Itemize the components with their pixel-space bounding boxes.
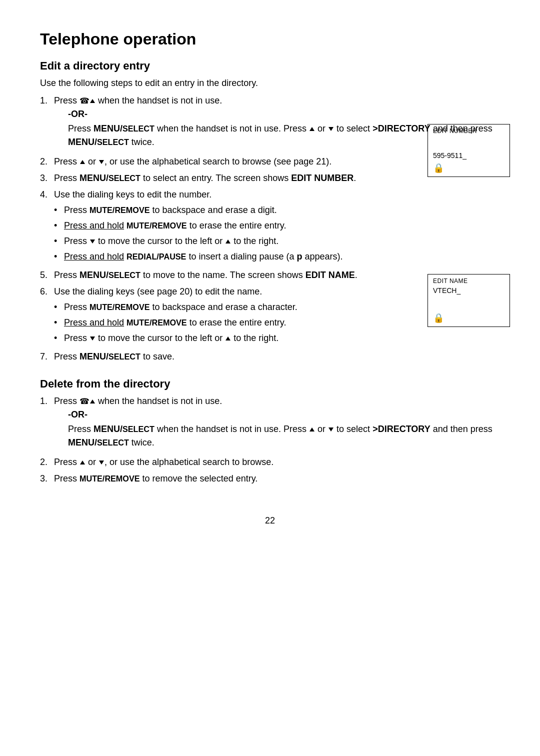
step-7: 7. Press MENU/SELECT to save. — [40, 350, 500, 364]
bullet-dot-6-2: • — [54, 316, 64, 330]
s2-step-1-content: Press ☎ when the handset is not in use. … — [54, 394, 500, 452]
section2-title: Delete from the directory — [40, 378, 500, 390]
down-arrow-2 — [99, 160, 104, 164]
s2-step-3-num: 3. — [40, 472, 54, 486]
step-6-text: Use the dialing keys (see page 20) to ed… — [54, 286, 262, 296]
or-label-2: -OR- — [68, 408, 500, 422]
page-title: Telephone operation — [40, 30, 500, 48]
down-arrow-4 — [90, 336, 95, 340]
s2-step-3: 3. Press MUTE/REMOVE to remove the selec… — [40, 472, 500, 486]
bullet-6-3: • Press to move the cursor to the left o… — [54, 332, 500, 345]
press-hold-4-4: Press and hold — [64, 252, 124, 262]
press-hold-4-2: Press and hold — [64, 220, 124, 230]
screen1-label: EDIT NUMBER — [433, 128, 504, 134]
or-block-2: -OR- Press MENU/SELECT when the handset … — [68, 408, 500, 450]
mute-remove-2: MUTE/REMOVE — [126, 221, 187, 230]
bullet-4-3: • Press to move the cursor to the left o… — [54, 234, 500, 248]
phone-icon-2: ☎ — [80, 396, 90, 408]
section1-intro: Use the following steps to edit an entry… — [40, 76, 500, 90]
section1-title: Edit a directory entry — [40, 60, 500, 72]
step5-menu: MENU/SELECT — [80, 270, 140, 280]
step-4-text: Use the dialing keys to edit the number. — [54, 190, 212, 200]
mute-remove-5: MUTE/REMOVE — [80, 474, 140, 483]
bullet-4-4-content: Press and hold REDIAL/PAUSE to insert a … — [64, 250, 500, 264]
step-6-num: 6. — [40, 285, 54, 347]
up-arrow-4 — [226, 240, 230, 244]
bullet-dot-4-3: • — [54, 234, 64, 248]
screen2-label: EDIT NAME — [433, 278, 504, 284]
up-arrow-5 — [226, 336, 230, 340]
or1-select: MENU/SELECT — [68, 137, 129, 147]
bullet-dot-4-2: • — [54, 219, 64, 232]
screen2-value: VTECH_ — [433, 286, 504, 294]
down-arrow-1 — [328, 127, 334, 131]
step-3-num: 3. — [40, 172, 54, 185]
step-1-num: 1. — [40, 94, 54, 152]
bullet-dot-4-4: • — [54, 250, 64, 264]
p-letter: p — [297, 252, 302, 262]
down-arrow-6 — [99, 460, 104, 464]
or2-select: MENU/SELECT — [68, 438, 129, 448]
s2-step-2-num: 2. — [40, 456, 54, 469]
step-5-num: 5. — [40, 268, 54, 282]
step-7-num: 7. — [40, 350, 54, 364]
bullet-4-1: • Press MUTE/REMOVE to backspace and era… — [54, 204, 500, 217]
step-2-num: 2. — [40, 155, 54, 168]
section2-steps: 1. Press ☎ when the handset is not in us… — [40, 394, 500, 486]
bullet-4-2-content: Press and hold MUTE/REMOVE to erase the … — [64, 219, 500, 232]
redial-pause: REDIAL/PAUSE — [126, 252, 186, 261]
up-arrow-6 — [90, 400, 95, 404]
s2-step-1-num: 1. — [40, 394, 54, 452]
lock-icon-1: 🔒 — [433, 162, 504, 174]
mute-remove-4: MUTE/REMOVE — [126, 318, 187, 327]
step5-editname: EDIT NAME — [306, 270, 355, 280]
up-arrow-1 — [90, 99, 95, 103]
bullet-4-1-content: Press MUTE/REMOVE to backspace and erase… — [64, 204, 500, 217]
lock-icon-2: 🔒 — [433, 312, 504, 324]
down-arrow-3 — [90, 240, 95, 244]
bullet-4-4: • Press and hold REDIAL/PAUSE to insert … — [54, 250, 500, 264]
screen-edit-name: EDIT NAME VTECH_ 🔒 — [428, 274, 510, 327]
or2-menu: MENU/SELECT — [94, 424, 154, 434]
bullet-dot-4-1: • — [54, 204, 64, 217]
down-arrow-5 — [328, 428, 334, 432]
up-arrow-7 — [310, 428, 314, 432]
mute-remove-3: MUTE/REMOVE — [90, 302, 150, 312]
s2-step-3-content: Press MUTE/REMOVE to remove the selected… — [54, 472, 500, 486]
phone-icon-1: ☎ — [80, 95, 90, 107]
step-7-content: Press MENU/SELECT to save. — [54, 350, 500, 364]
step3-editnum: EDIT NUMBER — [291, 173, 354, 183]
section2: Delete from the directory 1. Press ☎ whe… — [40, 378, 500, 486]
step-4: 4. Use the dialing keys to edit the numb… — [40, 188, 500, 266]
or-label-1: -OR- — [68, 108, 500, 121]
bullet-dot-6-3: • — [54, 332, 64, 345]
step7-menu: MENU/SELECT — [80, 352, 140, 362]
or-text-2: Press MENU/SELECT when the handset is no… — [68, 422, 500, 450]
up-arrow-2 — [310, 127, 314, 131]
bullet-6-3-content: Press to move the cursor to the left or … — [64, 332, 500, 345]
up-arrow-8 — [80, 460, 85, 464]
or1-menu: MENU/SELECT — [94, 124, 154, 134]
s2-step-2-content: Press or , or use the alphabetical searc… — [54, 456, 500, 469]
screen-edit-number: EDIT NUMBER 595-9511_ 🔒 — [428, 124, 510, 177]
s2-step-2: 2. Press or , or use the alphabetical se… — [40, 456, 500, 469]
s2-step-1-text: Press ☎ when the handset is not in use. — [54, 396, 222, 406]
bullet-4-2: • Press and hold MUTE/REMOVE to erase th… — [54, 219, 500, 232]
step-1-text: Press ☎ when the handset is not in use. — [54, 96, 222, 106]
step3-menu: MENU/SELECT — [80, 173, 140, 183]
bullet-4-3-content: Press to move the cursor to the left or … — [64, 234, 500, 248]
mute-remove-1: MUTE/REMOVE — [90, 206, 150, 214]
up-arrow-3 — [80, 160, 85, 164]
step-4-bullets: • Press MUTE/REMOVE to backspace and era… — [54, 204, 500, 264]
or1-directory: >DIRECTORY — [372, 124, 430, 134]
or2-directory: >DIRECTORY — [372, 424, 430, 434]
step-4-num: 4. — [40, 188, 54, 266]
s2-step-1: 1. Press ☎ when the handset is not in us… — [40, 394, 500, 452]
press-hold-6-2: Press and hold — [64, 318, 124, 328]
screen1-value: 595-9511_ — [433, 152, 504, 160]
bullet-dot-6-1: • — [54, 300, 64, 314]
step-4-content: Use the dialing keys to edit the number.… — [54, 188, 500, 266]
page-number: 22 — [40, 516, 500, 526]
